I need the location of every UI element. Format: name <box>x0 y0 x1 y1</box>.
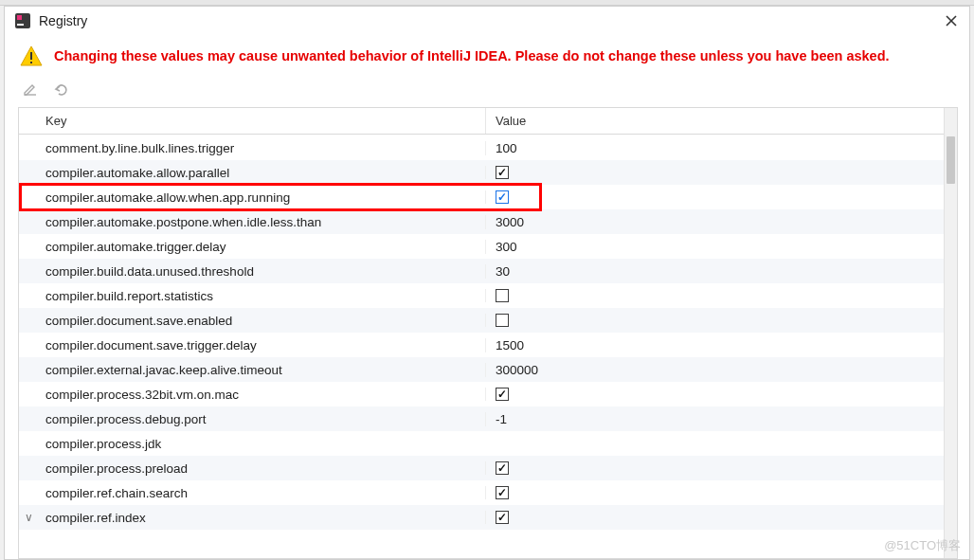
registry-key-label: compiler.document.save.enabled <box>45 314 232 328</box>
registry-value-cell[interactable]: 300000 <box>485 363 957 377</box>
checkbox[interactable] <box>496 166 509 179</box>
registry-key-cell[interactable]: compiler.process.preload <box>19 461 485 476</box>
vertical-scrollbar[interactable] <box>944 108 957 558</box>
registry-value-text: 300000 <box>496 363 538 377</box>
table-row[interactable]: compiler.document.save.enabled <box>19 308 957 333</box>
checkbox[interactable] <box>496 314 509 327</box>
registry-key-cell[interactable]: compiler.document.save.enabled <box>19 314 485 328</box>
table-row[interactable]: comment.by.line.bulk.lines.trigger100 <box>19 135 957 160</box>
table-row[interactable]: compiler.process.debug.port-1 <box>19 406 957 431</box>
registry-value-cell[interactable] <box>485 289 957 302</box>
registry-value-cell[interactable]: 3000 <box>485 215 957 229</box>
registry-value-cell[interactable] <box>485 314 957 327</box>
registry-key-label: compiler.automake.allow.parallel <box>45 166 229 180</box>
scroll-thumb[interactable] <box>947 136 955 184</box>
registry-key-cell[interactable]: compiler.ref.chain.search <box>19 486 485 500</box>
registry-key-cell[interactable]: compiler.automake.postpone.when.idle.les… <box>19 215 485 229</box>
dialog-title: Registry <box>39 13 935 28</box>
warning-banner: Changing these values may cause unwanted… <box>5 35 969 79</box>
undo-icon <box>52 81 69 98</box>
registry-key-label: compiler.document.save.trigger.delay <box>45 338 257 352</box>
table-row[interactable]: compiler.process.jdk <box>19 431 957 456</box>
registry-value-cell[interactable] <box>485 166 957 179</box>
registry-key-cell[interactable]: compiler.process.jdk <box>19 437 485 451</box>
table-row[interactable]: compiler.process.preload <box>19 456 957 480</box>
registry-value-cell[interactable] <box>485 190 957 204</box>
table-row[interactable]: compiler.automake.allow.parallel <box>19 160 957 185</box>
warning-text: Changing these values may cause unwanted… <box>54 47 890 65</box>
table-row[interactable]: compiler.document.save.trigger.delay1500 <box>19 333 957 357</box>
registry-key-label: compiler.process.32bit.vm.on.mac <box>45 388 239 402</box>
table-header: Key Value <box>19 108 957 135</box>
checkbox[interactable] <box>496 486 509 499</box>
registry-key-label: compiler.ref.chain.search <box>45 486 188 500</box>
column-header-key[interactable]: Key <box>19 108 485 134</box>
registry-table: Key Value comment.by.line.bulk.lines.tri… <box>18 107 958 559</box>
close-icon <box>946 15 957 27</box>
registry-value-text: -1 <box>496 412 507 426</box>
checkbox[interactable] <box>496 289 509 302</box>
table-row[interactable]: compiler.ref.chain.search <box>19 480 957 505</box>
table-row[interactable]: compiler.external.javac.keep.alive.timeo… <box>19 357 957 382</box>
svg-rect-1 <box>17 15 22 20</box>
table-body: comment.by.line.bulk.lines.trigger100com… <box>19 135 957 558</box>
svg-rect-6 <box>30 52 32 60</box>
registry-key-label: compiler.automake.trigger.delay <box>45 240 226 254</box>
registry-key-label: compiler.automake.postpone.when.idle.les… <box>45 215 321 229</box>
column-header-value[interactable]: Value <box>485 108 957 134</box>
registry-value-cell[interactable]: 100 <box>485 141 957 155</box>
registry-value-text: 100 <box>496 141 517 155</box>
checkbox[interactable] <box>496 461 509 475</box>
registry-value-cell[interactable] <box>485 486 957 499</box>
registry-value-cell[interactable]: 30 <box>485 264 957 279</box>
registry-key-cell[interactable]: compiler.external.javac.keep.alive.timeo… <box>19 363 485 377</box>
registry-value-text: 3000 <box>496 215 524 229</box>
registry-key-cell[interactable]: compiler.document.save.trigger.delay <box>19 338 485 352</box>
svg-rect-7 <box>30 62 32 63</box>
table-row[interactable]: compiler.automake.postpone.when.idle.les… <box>19 209 957 234</box>
registry-key-cell[interactable]: compiler.automake.allow.when.app.running <box>19 190 485 205</box>
table-row[interactable]: compiler.automake.allow.when.app.running <box>19 185 957 209</box>
checkbox[interactable] <box>496 190 509 204</box>
checkbox[interactable] <box>496 511 509 524</box>
registry-dialog: Registry Changing these values may cause… <box>4 6 970 560</box>
registry-key-label: compiler.process.debug.port <box>45 412 207 426</box>
table-row[interactable]: compiler.build.data.unused.threshold30 <box>19 259 957 283</box>
registry-key-cell[interactable]: compiler.build.data.unused.threshold <box>19 264 485 279</box>
registry-key-cell[interactable]: ∨compiler.ref.index <box>19 511 485 525</box>
chevron-down-icon[interactable]: ∨ <box>25 511 33 524</box>
registry-key-label: compiler.ref.index <box>45 511 146 525</box>
undo-button[interactable] <box>52 81 69 98</box>
registry-key-cell[interactable]: compiler.automake.allow.parallel <box>19 166 485 180</box>
svg-rect-2 <box>17 24 24 26</box>
toolbar <box>5 79 969 107</box>
table-row[interactable]: compiler.process.32bit.vm.on.mac <box>19 382 957 406</box>
table-row[interactable]: compiler.automake.trigger.delay300 <box>19 234 957 259</box>
registry-value-cell[interactable] <box>485 511 957 524</box>
registry-key-cell[interactable]: comment.by.line.bulk.lines.trigger <box>19 141 485 155</box>
registry-key-label: compiler.build.report.statistics <box>45 289 213 303</box>
registry-key-cell[interactable]: compiler.process.debug.port <box>19 412 485 426</box>
edit-button[interactable] <box>22 81 39 98</box>
registry-value-cell[interactable]: -1 <box>485 412 957 426</box>
registry-value-text: 30 <box>496 264 510 279</box>
registry-value-cell[interactable] <box>485 388 957 401</box>
registry-key-label: compiler.build.data.unused.threshold <box>45 264 254 279</box>
registry-key-cell[interactable]: compiler.build.report.statistics <box>19 289 485 303</box>
registry-key-cell[interactable]: compiler.automake.trigger.delay <box>19 240 485 254</box>
pencil-icon <box>22 81 39 98</box>
registry-key-label: compiler.automake.allow.when.app.running <box>45 190 290 205</box>
checkbox[interactable] <box>496 388 509 401</box>
close-button[interactable] <box>943 12 960 29</box>
registry-value-cell[interactable]: 300 <box>485 240 957 254</box>
table-row[interactable]: ∨compiler.ref.index <box>19 505 957 530</box>
registry-value-cell[interactable] <box>485 461 957 475</box>
registry-key-label: compiler.process.jdk <box>45 437 161 451</box>
registry-value-text: 1500 <box>496 338 524 352</box>
registry-key-cell[interactable]: compiler.process.32bit.vm.on.mac <box>19 388 485 402</box>
registry-value-text: 300 <box>496 240 517 254</box>
warning-icon <box>20 45 43 67</box>
registry-value-cell[interactable]: 1500 <box>485 338 957 352</box>
table-row[interactable]: compiler.build.report.statistics <box>19 283 957 308</box>
registry-key-label: comment.by.line.bulk.lines.trigger <box>45 141 234 155</box>
